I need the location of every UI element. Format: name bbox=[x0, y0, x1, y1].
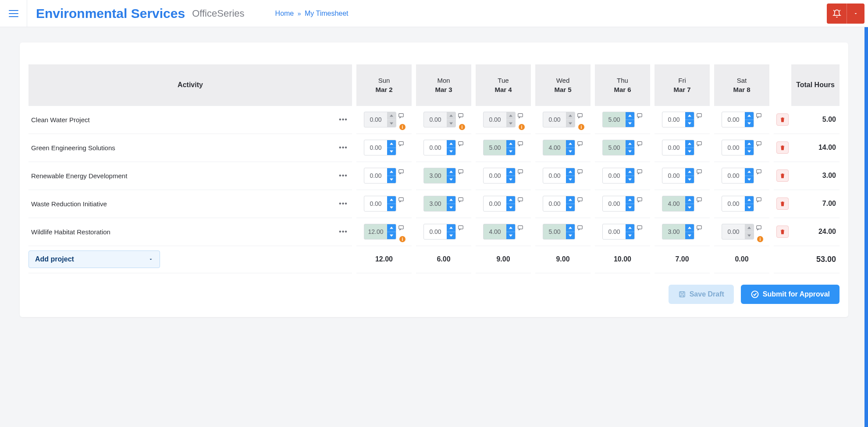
comment-icon[interactable] bbox=[517, 169, 523, 175]
hours-input[interactable] bbox=[662, 112, 685, 127]
spinner-up-button[interactable] bbox=[387, 140, 396, 148]
comment-icon[interactable] bbox=[458, 197, 464, 203]
spinner-up-button[interactable] bbox=[506, 196, 515, 204]
scrollbar-indicator[interactable] bbox=[864, 27, 868, 332]
delete-row-button[interactable] bbox=[776, 113, 789, 126]
spinner-up-button[interactable] bbox=[566, 168, 575, 176]
comment-icon[interactable] bbox=[398, 169, 404, 175]
notifications-button[interactable] bbox=[827, 4, 847, 24]
spinner-down-button[interactable] bbox=[566, 148, 575, 155]
spinner-down-button[interactable] bbox=[685, 120, 694, 127]
comment-icon[interactable] bbox=[756, 197, 762, 203]
comment-icon[interactable] bbox=[696, 197, 702, 203]
spinner-up-button[interactable] bbox=[626, 112, 634, 120]
spinner-up-button[interactable] bbox=[387, 224, 396, 232]
hours-input[interactable] bbox=[722, 112, 745, 127]
spinner-down-button[interactable] bbox=[447, 204, 455, 212]
spinner-down-button[interactable] bbox=[447, 176, 455, 184]
spinner-up-button[interactable] bbox=[447, 224, 455, 232]
hours-input[interactable] bbox=[543, 168, 566, 183]
spinner-up-button[interactable] bbox=[685, 224, 694, 232]
row-more-button[interactable]: ••• bbox=[334, 134, 352, 162]
hours-input[interactable] bbox=[543, 224, 566, 239]
hours-input[interactable] bbox=[603, 112, 626, 127]
comment-icon[interactable] bbox=[577, 169, 583, 175]
spinner-down-button[interactable] bbox=[626, 120, 634, 127]
hours-input[interactable] bbox=[364, 168, 387, 183]
hours-input[interactable] bbox=[662, 196, 685, 211]
add-project-dropdown[interactable]: Add project bbox=[28, 251, 160, 268]
delete-row-button[interactable] bbox=[776, 198, 789, 210]
hours-input[interactable] bbox=[424, 224, 447, 239]
spinner-up-button[interactable] bbox=[745, 112, 754, 120]
row-more-button[interactable]: ••• bbox=[334, 218, 352, 246]
spinner-up-button[interactable] bbox=[566, 112, 575, 120]
hours-input[interactable] bbox=[364, 224, 387, 239]
hours-input[interactable] bbox=[424, 112, 447, 127]
spinner-down-button[interactable] bbox=[745, 148, 754, 155]
hours-input[interactable] bbox=[722, 224, 745, 239]
comment-icon[interactable] bbox=[756, 141, 762, 147]
row-more-button[interactable]: ••• bbox=[334, 106, 352, 134]
row-more-button[interactable]: ••• bbox=[334, 190, 352, 218]
spinner-up-button[interactable] bbox=[745, 196, 754, 204]
hours-input[interactable] bbox=[662, 224, 685, 239]
spinner-up-button[interactable] bbox=[506, 224, 515, 232]
spinner-up-button[interactable] bbox=[685, 112, 694, 120]
spinner-down-button[interactable] bbox=[506, 232, 515, 240]
hours-input[interactable] bbox=[424, 196, 447, 211]
comment-icon[interactable] bbox=[577, 141, 583, 147]
comment-icon[interactable] bbox=[637, 141, 643, 147]
comment-icon[interactable] bbox=[696, 113, 702, 119]
spinner-down-button[interactable] bbox=[685, 232, 694, 240]
spinner-down-button[interactable] bbox=[685, 148, 694, 155]
spinner-down-button[interactable] bbox=[566, 204, 575, 212]
comment-icon[interactable] bbox=[577, 225, 583, 231]
spinner-down-button[interactable] bbox=[387, 176, 396, 184]
hours-input[interactable] bbox=[424, 140, 447, 155]
comment-icon[interactable] bbox=[458, 141, 464, 147]
hours-input[interactable] bbox=[603, 168, 626, 183]
spinner-up-button[interactable] bbox=[447, 112, 455, 120]
spinner-up-button[interactable] bbox=[387, 196, 396, 204]
spinner-up-button[interactable] bbox=[387, 112, 396, 120]
hours-input[interactable] bbox=[364, 112, 387, 127]
spinner-up-button[interactable] bbox=[626, 168, 634, 176]
spinner-up-button[interactable] bbox=[745, 224, 754, 232]
spinner-down-button[interactable] bbox=[506, 204, 515, 212]
comment-icon[interactable] bbox=[458, 113, 464, 119]
comment-icon[interactable] bbox=[696, 225, 702, 231]
spinner-up-button[interactable] bbox=[745, 140, 754, 148]
delete-row-button[interactable] bbox=[776, 141, 789, 154]
spinner-down-button[interactable] bbox=[626, 204, 634, 212]
hours-input[interactable] bbox=[484, 112, 506, 127]
hours-input[interactable] bbox=[484, 140, 506, 155]
hours-input[interactable] bbox=[603, 140, 626, 155]
menu-button[interactable] bbox=[0, 0, 27, 27]
spinner-down-button[interactable] bbox=[387, 232, 396, 240]
comment-icon[interactable] bbox=[458, 169, 464, 175]
comment-icon[interactable] bbox=[517, 141, 523, 147]
spinner-down-button[interactable] bbox=[745, 204, 754, 212]
submit-approval-button[interactable]: Submit for Approval bbox=[741, 285, 840, 304]
spinner-down-button[interactable] bbox=[745, 232, 754, 240]
hours-input[interactable] bbox=[722, 140, 745, 155]
hours-input[interactable] bbox=[662, 140, 685, 155]
spinner-down-button[interactable] bbox=[447, 148, 455, 155]
spinner-up-button[interactable] bbox=[566, 140, 575, 148]
hours-input[interactable] bbox=[364, 140, 387, 155]
spinner-down-button[interactable] bbox=[745, 120, 754, 127]
spinner-down-button[interactable] bbox=[566, 232, 575, 240]
save-draft-button[interactable]: Save Draft bbox=[669, 285, 734, 304]
hours-input[interactable] bbox=[364, 196, 387, 211]
comment-icon[interactable] bbox=[517, 113, 523, 119]
spinner-down-button[interactable] bbox=[685, 204, 694, 212]
spinner-down-button[interactable] bbox=[387, 120, 396, 127]
spinner-down-button[interactable] bbox=[506, 176, 515, 184]
hours-input[interactable] bbox=[603, 224, 626, 239]
hours-input[interactable] bbox=[603, 196, 626, 211]
spinner-up-button[interactable] bbox=[685, 140, 694, 148]
spinner-down-button[interactable] bbox=[387, 148, 396, 155]
spinner-down-button[interactable] bbox=[566, 176, 575, 184]
spinner-down-button[interactable] bbox=[626, 176, 634, 184]
